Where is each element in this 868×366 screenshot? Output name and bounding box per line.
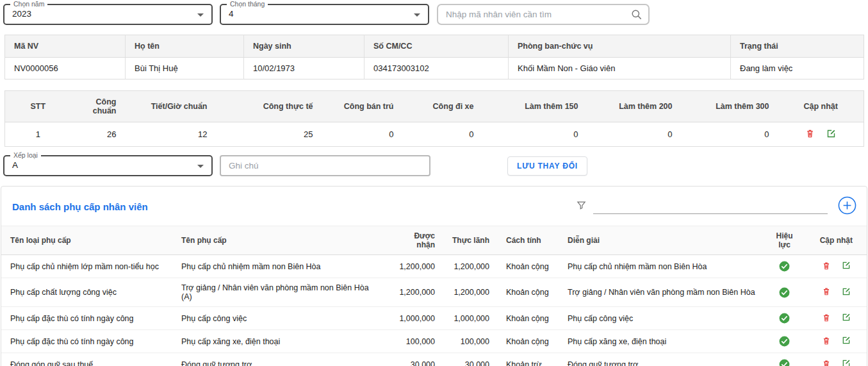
work-cong-ban-tru: 0 bbox=[322, 122, 403, 147]
allowance-name: Đóng quỹ tương trợ bbox=[173, 353, 386, 366]
col-cong-ban-tru: Công bán trú bbox=[322, 91, 403, 122]
edit-button[interactable] bbox=[837, 287, 855, 298]
allowance-card-header: Danh sách phụ cấp nhân viên bbox=[1, 187, 867, 226]
work-cong-di-xe: 0 bbox=[403, 122, 483, 147]
add-allowance-button[interactable] bbox=[838, 196, 856, 217]
search-icon[interactable] bbox=[630, 8, 643, 23]
employee-name: Bùi Thị Huệ bbox=[126, 58, 244, 79]
allowance-granted: 30,000 bbox=[386, 353, 443, 366]
rating-select-value: A bbox=[12, 160, 18, 170]
allowance-calc-type: Khoản trừ bbox=[498, 353, 557, 366]
allowance-desc: Phụ cấp công việc bbox=[557, 307, 764, 330]
col-ten-loai-phu-cap: Tên loại phụ cấp bbox=[1, 226, 173, 255]
allowance-received: 1,200,000 bbox=[443, 278, 498, 307]
employee-dob: 10/02/1973 bbox=[244, 58, 364, 79]
rating-select[interactable]: Xếp loại A bbox=[3, 155, 213, 176]
delete-button[interactable] bbox=[801, 128, 819, 140]
allowance-title: Danh sách phụ cấp nhân viên bbox=[12, 201, 148, 212]
table-row[interactable]: Phụ cấp chất lượng công việc Trợ giảng /… bbox=[1, 278, 867, 307]
delete-button[interactable] bbox=[817, 287, 835, 298]
employee-idcard: 034173003102 bbox=[364, 58, 509, 79]
work-cong-chuan: 26 bbox=[71, 122, 126, 147]
employee-search-input[interactable] bbox=[437, 4, 650, 25]
allowance-name: Phụ cấp xăng xe, điện thoại bbox=[173, 330, 386, 353]
edit-button[interactable] bbox=[837, 336, 855, 347]
col-lam-them-150: Làm thêm 150 bbox=[483, 91, 587, 122]
allowance-card: Danh sách phụ cấp nhân viên Tên loại phụ… bbox=[1, 186, 867, 366]
col-thuc-lanh: Thực lãnh bbox=[443, 226, 498, 255]
filter-bar: Chọn năm 2023 Chọn tháng 4 bbox=[0, 4, 868, 25]
work-lam-them-300: 0 bbox=[682, 122, 778, 147]
work-row: 1 26 12 25 0 0 0 0 0 bbox=[5, 122, 864, 147]
allowance-received: 1,000,000 bbox=[443, 307, 498, 330]
col-cap-nhat: Cập nhật bbox=[778, 91, 864, 122]
rating-row: Xếp loại A LƯU THAY ĐỔI bbox=[0, 155, 868, 176]
allowance-table: Tên loại phụ cấp Tên phụ cấp Được nhận T… bbox=[1, 226, 867, 366]
employee-dept: Khối Mầm Non - Giáo viên bbox=[509, 58, 731, 79]
table-row[interactable]: Phụ cấp đặc thù có tính ngày công Phụ cấ… bbox=[1, 307, 867, 330]
col-cong-chuan: Công chuẩn bbox=[71, 91, 126, 122]
employee-status: Đang làm việc bbox=[731, 58, 864, 79]
allowance-calc-type: Khoản cộng bbox=[498, 330, 557, 353]
col-dien-giai: Diễn giải bbox=[557, 226, 764, 255]
active-check-icon bbox=[764, 353, 805, 366]
rating-select-label: Xếp loại bbox=[10, 151, 41, 159]
allowance-desc: Phụ cấp chủ nhiệm mầm non Biên Hòa bbox=[557, 255, 764, 278]
table-row[interactable]: Đóng góp quỹ sau thuế Đóng quỹ tương trợ… bbox=[1, 353, 867, 366]
allowance-type: Đóng góp quỹ sau thuế bbox=[1, 353, 173, 366]
employee-row[interactable]: NV0000056 Bùi Thị Huệ 10/02/1973 0341730… bbox=[5, 58, 864, 79]
delete-button[interactable] bbox=[817, 313, 835, 324]
filter-icon[interactable] bbox=[576, 200, 587, 213]
allowance-table-body: Phụ cấp chủ nhiệm lớp mầm non-tiểu học P… bbox=[1, 255, 867, 366]
allowance-filter-input[interactable] bbox=[593, 200, 828, 214]
employee-table-header-row: Mã NV Họ tên Ngày sinh Số CM/CC Phòng ba… bbox=[5, 35, 864, 58]
delete-button[interactable] bbox=[817, 359, 835, 366]
col-ngay-sinh: Ngày sinh bbox=[244, 35, 364, 58]
delete-button[interactable] bbox=[817, 261, 835, 272]
chevron-down-icon bbox=[197, 13, 204, 17]
allowance-received: 100,000 bbox=[443, 330, 498, 353]
allowance-name: Trợ giảng / Nhân viên văn phòng mầm non … bbox=[173, 278, 386, 307]
year-select-label: Chọn năm bbox=[10, 0, 47, 8]
allowance-name: Phụ cấp công việc bbox=[173, 307, 386, 330]
col-cong-thuc-te: Công thực tế bbox=[217, 91, 322, 122]
delete-button[interactable] bbox=[817, 336, 835, 347]
allowance-type: Phụ cấp chất lượng công việc bbox=[1, 278, 173, 307]
allowance-type: Phụ cấp chủ nhiệm lớp mầm non-tiểu học bbox=[1, 255, 173, 278]
col-cong-di-xe: Công đi xe bbox=[403, 91, 483, 122]
col-lam-them-200: Làm thêm 200 bbox=[587, 91, 682, 122]
active-check-icon bbox=[764, 330, 805, 353]
col-cach-tinh: Cách tính bbox=[498, 226, 557, 255]
col-so-cmcc: Số CM/CC bbox=[364, 35, 509, 58]
allowance-received: 30,000 bbox=[443, 353, 498, 366]
col-stt: STT bbox=[5, 91, 71, 122]
col-ten-phu-cap: Tên phụ cấp bbox=[173, 226, 386, 255]
year-select-value: 2023 bbox=[12, 9, 31, 19]
edit-button[interactable] bbox=[822, 129, 840, 140]
chevron-down-icon bbox=[414, 13, 420, 17]
edit-button[interactable] bbox=[837, 261, 855, 272]
allowance-desc: Đóng quỹ tương trợ bbox=[557, 353, 764, 366]
allowance-header-row: Tên loại phụ cấp Tên phụ cấp Được nhận T… bbox=[1, 226, 867, 255]
work-tiet-gio-chuan: 12 bbox=[126, 122, 217, 147]
table-row[interactable]: Phụ cấp chủ nhiệm lớp mầm non-tiểu học P… bbox=[1, 255, 867, 278]
month-select-label: Chọn tháng bbox=[227, 0, 268, 8]
month-select[interactable]: Chọn tháng 4 bbox=[220, 4, 429, 25]
col-ma-nv: Mã NV bbox=[5, 35, 126, 58]
allowance-name: Phụ cấp chủ nhiệm mầm non Biên Hòa bbox=[173, 255, 386, 278]
col-cap-nhat: Cập nhật bbox=[805, 226, 867, 255]
allowance-granted: 1,200,000 bbox=[386, 255, 443, 278]
year-select[interactable]: Chọn năm 2023 bbox=[3, 4, 213, 25]
work-table: STT Công chuẩn Tiết/Giờ chuẩn Công thực … bbox=[4, 90, 864, 147]
edit-button[interactable] bbox=[837, 359, 855, 366]
edit-button[interactable] bbox=[837, 313, 855, 324]
save-changes-button[interactable]: LƯU THAY ĐỔI bbox=[507, 156, 587, 176]
work-stt: 1 bbox=[5, 122, 71, 147]
note-input[interactable] bbox=[220, 155, 430, 176]
allowance-desc: Trợ giảng / Nhân viên văn phòng mầm non … bbox=[557, 278, 764, 307]
active-check-icon bbox=[764, 255, 805, 278]
table-row[interactable]: Phụ cấp đặc thù có tính ngày công Phụ cấ… bbox=[1, 330, 867, 353]
allowance-type: Phụ cấp đặc thù có tính ngày công bbox=[1, 307, 173, 330]
note-field-wrap bbox=[220, 155, 430, 176]
allowance-granted: 1,200,000 bbox=[386, 278, 443, 307]
